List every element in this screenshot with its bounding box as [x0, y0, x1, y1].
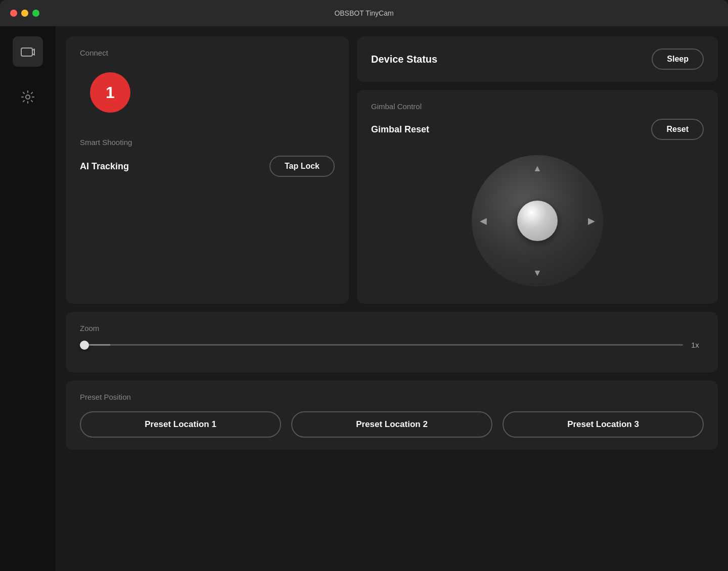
connect-badge[interactable]: 1: [90, 72, 130, 113]
joystick-down-arrow: ▼: [533, 268, 542, 278]
window-title: OBSBOT TinyCam: [334, 9, 393, 17]
app-body: Connect 1 Smart Shooting AI Tracking Tap…: [0, 26, 728, 571]
joystick-right-arrow: ▶: [588, 215, 595, 226]
zoom-row: 1x: [80, 341, 704, 349]
maximize-button[interactable]: [32, 10, 39, 17]
joystick-knob[interactable]: [517, 201, 558, 241]
preset-buttons-row: Preset Location 1 Preset Location 2 Pres…: [80, 411, 704, 438]
zoom-panel: Zoom 1x: [66, 312, 718, 372]
smart-shooting-label: Smart Shooting: [80, 138, 335, 147]
gimbal-panel: Gimbal Control Gimbal Reset Reset ▲ ▼ ◀ …: [357, 90, 718, 304]
close-button[interactable]: [10, 10, 17, 17]
joystick-up-arrow: ▲: [533, 163, 542, 174]
connect-title: Connect: [80, 49, 335, 57]
top-row: Connect 1 Smart Shooting AI Tracking Tap…: [66, 36, 718, 304]
gear-icon: [21, 90, 35, 104]
device-status-panel: Device Status Sleep: [357, 36, 718, 82]
joystick[interactable]: ▲ ▼ ◀ ▶: [472, 155, 603, 287]
joystick-left-arrow: ◀: [480, 215, 487, 226]
minimize-button[interactable]: [21, 10, 28, 17]
sidebar-item-camera[interactable]: [13, 36, 43, 67]
sidebar: [0, 26, 56, 571]
device-status-label: Device Status: [371, 54, 437, 65]
main-content: Connect 1 Smart Shooting AI Tracking Tap…: [56, 26, 728, 571]
svg-rect-0: [21, 48, 32, 56]
ai-tracking-label: AI Tracking: [80, 161, 129, 172]
preset-location-2-button[interactable]: Preset Location 2: [291, 411, 492, 438]
connect-panel: Connect 1 Smart Shooting AI Tracking Tap…: [66, 36, 349, 304]
gimbal-reset-button[interactable]: Reset: [651, 119, 704, 140]
device-status-row: Device Status Sleep: [371, 49, 704, 70]
sleep-button[interactable]: Sleep: [652, 49, 704, 70]
zoom-title: Zoom: [80, 324, 704, 332]
sidebar-item-settings[interactable]: [13, 82, 43, 112]
gimbal-title: Gimbal Control: [371, 102, 704, 111]
window-controls: [10, 10, 39, 17]
ai-tracking-row: AI Tracking Tap Lock: [80, 156, 335, 177]
tap-lock-button[interactable]: Tap Lock: [269, 156, 335, 177]
preset-location-1-button[interactable]: Preset Location 1: [80, 411, 281, 438]
preset-location-3-button[interactable]: Preset Location 3: [503, 411, 704, 438]
zoom-slider[interactable]: [80, 344, 683, 346]
gimbal-reset-row: Gimbal Reset Reset: [371, 119, 704, 140]
camera-icon: [20, 44, 35, 59]
preset-title: Preset Position: [80, 393, 704, 401]
preset-panel: Preset Position Preset Location 1 Preset…: [66, 380, 718, 450]
right-column: Device Status Sleep Gimbal Control Gimba…: [357, 36, 718, 304]
joystick-container: ▲ ▼ ◀ ▶: [371, 150, 704, 292]
gimbal-reset-label: Gimbal Reset: [371, 124, 429, 135]
zoom-value: 1x: [691, 341, 704, 349]
title-bar: OBSBOT TinyCam: [0, 0, 728, 26]
svg-point-1: [26, 95, 30, 99]
